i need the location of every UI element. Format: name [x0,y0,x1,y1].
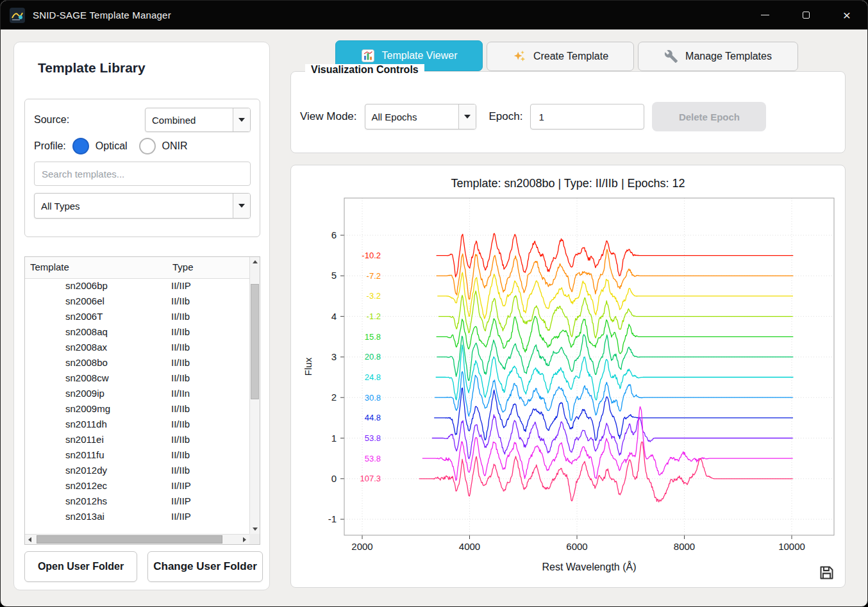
tab-template-viewer-label: Template Viewer [382,50,458,62]
open-user-folder-label: Open User Folder [38,561,124,572]
y-tick-label: 2 [331,392,337,403]
template-name-cell: sn2008aq [65,326,108,337]
epoch-input[interactable] [530,104,644,129]
close-button[interactable]: × [826,1,867,29]
radio-onir[interactable] [139,138,156,154]
x-tick-label: 8000 [674,541,695,552]
template-type-cell: II/IIb [171,465,190,476]
tab-create-template[interactable]: Create Template [487,42,634,71]
wrench-icon [664,49,678,63]
template-table-body: sn2006bpII/IIPsn2006elII/IIbsn2006TII/II… [25,279,249,534]
template-name-cell: sn2012ec [65,480,107,491]
chevron-down-icon [458,104,476,129]
template-name-cell: sn2011dh [65,419,107,429]
table-row[interactable]: sn2006elII/IIb [25,294,249,310]
epoch-age-label: -3.2 [367,291,381,301]
table-row[interactable]: sn2006bpII/IIP [25,279,249,294]
epoch-age-label: 53.8 [365,433,381,443]
y-tick-label: 5 [331,270,337,281]
radio-optical-label[interactable]: Optical [96,140,128,152]
table-row[interactable]: sn2008axII/IIb [25,340,249,356]
plot-card: Template: sn2008bo | Type: II/IIb | Epoc… [290,165,846,588]
epoch-age-label: 44.8 [365,413,381,422]
tab-manage-templates[interactable]: Manage Templates [638,42,798,71]
table-row[interactable]: sn2011dhII/IIb [25,417,249,433]
template-name-cell: sn2012dy [65,465,107,476]
epoch-age-label: 20.8 [365,352,381,362]
table-row[interactable]: sn2011eiII/IIb [25,433,249,448]
source-dropdown-value: Combined [146,108,233,131]
scroll-right-button[interactable] [240,535,249,544]
y-tick-label: -1 [328,513,337,524]
table-row[interactable]: sn2006TII/IIb [25,310,249,325]
horizontal-scroll-thumb[interactable] [37,535,222,544]
scroll-down-button[interactable] [250,524,260,534]
maximize-button[interactable] [785,1,826,29]
scroll-up-button[interactable] [250,257,260,267]
table-row[interactable]: sn2008aqII/IIb [25,325,249,340]
visualization-controls-group: Visualization Controls View Mode: All Ep… [290,71,846,153]
tab-manage-templates-label: Manage Templates [685,51,772,62]
template-type-cell: II/IIn [171,388,190,399]
table-row[interactable]: sn2009ipII/IIn [25,387,249,402]
app-window: SNID-SAGE Template Manager × Template Li… [0,0,868,607]
table-row[interactable]: sn2012hsII/IIP [25,494,249,510]
spectrum-plot: 200040006000800010000-10123456Rest Wavel… [297,191,837,577]
template-name-cell: sn2008cw [65,372,109,383]
radio-onir-label[interactable]: ONIR [162,140,188,152]
delete-epoch-button[interactable]: Delete Epoch [652,102,766,131]
template-type-cell: II/IIb [171,295,190,306]
horizontal-scrollbar[interactable] [25,534,249,544]
template-name-cell: sn2013ai [65,511,104,522]
template-library-panel: Template Library Source: Combined Profil… [13,42,270,590]
table-row[interactable]: sn2008boII/IIb [25,356,249,371]
titlebar: SNID-SAGE Template Manager × [1,1,867,29]
table-header: Template Type [25,257,249,279]
bar-chart-icon [361,49,375,63]
column-header-template[interactable]: Template [30,262,69,272]
y-tick-label: 3 [331,351,337,362]
search-input[interactable] [34,162,251,186]
template-type-cell: II/IIb [171,311,190,322]
spectrum-line [436,345,794,400]
open-user-folder-button[interactable]: Open User Folder [24,551,137,582]
save-figure-button[interactable] [817,563,836,582]
scrollbar-corner [249,534,260,544]
y-tick-label: 1 [331,433,337,444]
vertical-scroll-thumb[interactable] [251,284,259,399]
radio-optical[interactable] [72,138,89,154]
template-name-cell: sn2009ip [65,388,104,399]
y-tick-label: 6 [331,229,337,240]
y-axis-label: Flux [303,357,313,376]
scroll-left-button[interactable] [25,535,35,544]
change-user-folder-button[interactable]: Change User Folder [147,551,263,582]
table-row[interactable]: sn2008cwII/IIb [25,371,249,387]
y-tick-label: 0 [331,473,337,484]
spectrum-line [437,233,794,277]
table-row[interactable]: sn2009mgII/IIb [25,402,249,417]
minimize-button[interactable] [744,1,785,29]
template-name-cell: sn2006bp [65,280,108,291]
column-header-type[interactable]: Type [172,262,194,272]
type-filter-dropdown[interactable]: All Types [34,193,251,219]
template-type-cell: II/IIb [171,449,190,460]
source-dropdown[interactable]: Combined [145,108,251,132]
table-row[interactable]: sn2013aiII/IIP [25,510,249,525]
app-icon [10,8,25,23]
maximize-icon [803,12,810,19]
x-tick-label: 4000 [459,541,480,552]
chevron-down-icon [233,194,250,218]
x-axis-label: Rest Wavelength (Å) [542,561,636,572]
view-mode-dropdown[interactable]: All Epochs [365,104,476,129]
template-type-cell: II/IIb [171,342,190,353]
table-row[interactable]: sn2012dyII/IIb [25,463,249,479]
plot-title: Template: sn2008bo | Type: II/IIb | Epoc… [291,177,845,190]
template-name-cell: sn2008bo [65,357,108,368]
table-row[interactable]: sn2011fuII/IIb [25,448,249,463]
profile-label: Profile: [34,140,66,152]
change-user-folder-label: Change User Folder [153,560,257,573]
vertical-scrollbar[interactable] [249,257,260,534]
table-row[interactable]: sn2012ecII/IIP [25,479,249,494]
epoch-age-label: 15.8 [365,332,381,342]
x-tick-label: 10000 [778,541,805,552]
